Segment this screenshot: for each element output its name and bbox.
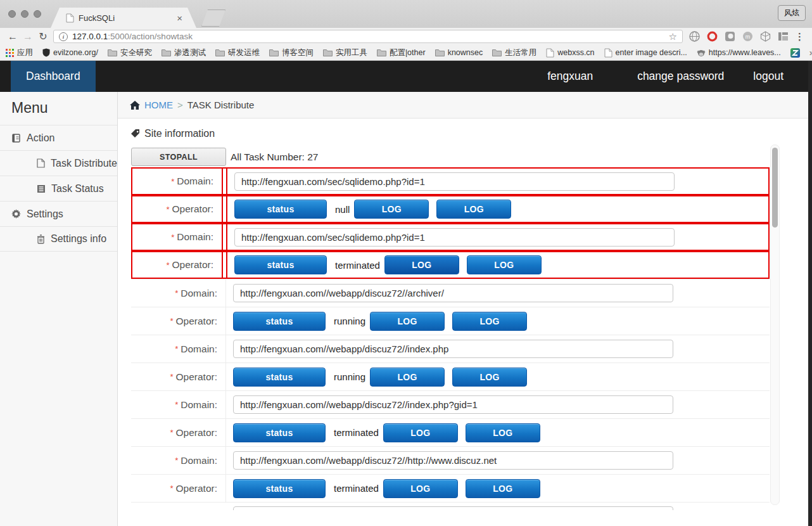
sidebar-item-task-status[interactable]: Task Status	[0, 176, 117, 201]
minimize-window-icon[interactable]	[21, 10, 29, 18]
list-doc-icon	[37, 184, 46, 193]
domain-input[interactable]	[233, 451, 673, 470]
folder-icon	[269, 49, 279, 56]
status-button[interactable]: status	[233, 368, 326, 387]
back-icon[interactable]: ←	[5, 31, 20, 42]
ext-globe-icon[interactable]	[689, 31, 700, 42]
sidebar-item-settings[interactable]: Settings	[0, 201, 117, 226]
bookmark-item[interactable]: 安全研究	[108, 48, 152, 58]
page-info-icon[interactable]: i	[59, 32, 68, 41]
folder-icon	[492, 49, 502, 56]
nav-change-password[interactable]: change password	[637, 70, 724, 83]
ext-m-circle-icon[interactable]: m	[742, 31, 753, 42]
nav-dashboard[interactable]: Dashboard	[11, 61, 96, 92]
sidebar-item-label: Action	[27, 132, 54, 144]
bookmark-item[interactable]: 博客空间	[269, 48, 314, 58]
task-count-label: All Task Number: 27	[231, 151, 318, 163]
bookmark-item[interactable]: enter image descri...	[604, 48, 687, 58]
bookmark-item[interactable]: 配置|other	[377, 48, 426, 58]
task-pair: * Domain: * Operator: status null LOG LO…	[131, 167, 770, 223]
nav-username[interactable]: fengxuan	[547, 70, 593, 83]
domain-input[interactable]	[233, 395, 673, 414]
log-button-2[interactable]: LOG	[452, 312, 527, 331]
bookmark-item[interactable]: evilzone.org/	[42, 48, 98, 57]
log-button-1[interactable]: LOG	[384, 255, 459, 274]
stopall-row: STOPALL All Task Number: 27	[131, 148, 812, 166]
log-button-1[interactable]: LOG	[370, 368, 445, 387]
ext-columns-icon[interactable]	[778, 32, 789, 41]
domain-row: * Domain:	[131, 335, 770, 362]
stopall-button[interactable]: STOPALL	[131, 148, 226, 166]
task-status-text: null	[335, 204, 350, 215]
sidebar-item-label: Task Status	[51, 183, 104, 195]
bookmarks-overflow-icon[interactable]: »	[809, 48, 812, 58]
bookmark-item[interactable]: knownsec	[435, 48, 483, 57]
bookmark-star-icon[interactable]: ☆	[669, 31, 677, 42]
status-button[interactable]: status	[233, 312, 326, 331]
task-pair: * Domain: * Operator: status terminated …	[131, 390, 770, 446]
address-book-icon	[11, 134, 21, 143]
svg-text:m: m	[745, 34, 751, 40]
log-button-1[interactable]: LOG	[383, 479, 458, 498]
bookmark-item[interactable]	[790, 48, 800, 58]
browser-tab[interactable]: FuckSQLi ×	[51, 8, 196, 28]
bookmark-item[interactable]: 研发运维	[215, 48, 260, 58]
bookmark-label: knownsec	[448, 48, 483, 57]
domain-input[interactable]	[233, 340, 673, 358]
close-window-icon[interactable]	[8, 10, 16, 18]
log-button-2[interactable]: LOG	[467, 255, 542, 274]
log-button-1[interactable]: LOG	[354, 200, 429, 219]
domain-label: * Domain:	[132, 224, 223, 250]
zoom-window-icon[interactable]	[34, 10, 41, 18]
log-button-2[interactable]: LOG	[436, 200, 511, 219]
status-button[interactable]: status	[233, 423, 326, 442]
sidebar-item-label: Settings info	[51, 233, 106, 245]
sidebar-item-action[interactable]: Action	[0, 125, 117, 150]
bookmark-item[interactable]: 渗透测试	[162, 48, 206, 58]
bookmark-item[interactable]: webxss.cn	[546, 48, 594, 58]
sidebar-title: Menu	[0, 92, 117, 125]
partial-next-domain-row	[131, 502, 770, 510]
ext-red-ring-icon[interactable]	[707, 31, 718, 42]
bookmark-item[interactable]: 实用工具	[323, 48, 367, 58]
task-status-text: terminated	[335, 260, 380, 271]
operator-row: * Operator: status running LOG LOG	[131, 307, 770, 335]
log-button-2[interactable]: LOG	[466, 479, 540, 498]
url-host: 127.0.0.1	[72, 32, 108, 41]
bookmark-item[interactable]: 生活常用	[492, 48, 536, 58]
scrollbar-thumb[interactable]	[772, 148, 778, 228]
domain-input[interactable]	[234, 228, 675, 247]
folder-icon	[108, 49, 117, 56]
browser-window: FuckSQLi × 风炫 ← → ↻ i 127.0.0.1:5000/act…	[0, 0, 812, 526]
log-button-2[interactable]: LOG	[452, 368, 527, 387]
bookmark-item[interactable]: https://www.leaves...	[697, 48, 781, 57]
log-button-1[interactable]: LOG	[383, 423, 458, 442]
sidebar-item-task-distribute[interactable]: Task Distribute	[0, 150, 117, 176]
bookmark-item[interactable]: 应用	[6, 48, 33, 58]
browser-menu-icon[interactable]: ⋮	[792, 31, 807, 42]
main-panel: HOME > TASK Distribute Site information …	[118, 92, 812, 526]
address-bar[interactable]: i 127.0.0.1:5000/action/showtask ☆	[53, 30, 683, 43]
nav-logout[interactable]: logout	[753, 70, 783, 83]
breadcrumb-home-link[interactable]: HOME	[144, 99, 173, 110]
domain-input[interactable]	[234, 172, 675, 191]
sidebar-item-label: Task Distribute	[51, 158, 117, 169]
status-button[interactable]: status	[234, 200, 327, 219]
page-scrollbar[interactable]	[770, 144, 780, 505]
reload-icon[interactable]: ↻	[35, 30, 51, 42]
ext-cube-icon[interactable]	[760, 31, 771, 42]
operator-label: * Operator:	[132, 196, 223, 222]
domain-input[interactable]	[233, 284, 673, 302]
ext-cam-square-icon[interactable]	[725, 31, 735, 42]
log-button-2[interactable]: LOG	[466, 423, 540, 442]
log-button-1[interactable]: LOG	[370, 312, 445, 331]
sidebar: Menu ActionTask DistributeTask StatusSet…	[0, 92, 118, 526]
breadcrumb-separator: >	[177, 99, 183, 110]
profile-button[interactable]: 风炫	[778, 5, 806, 21]
tab-close-icon[interactable]: ×	[177, 13, 182, 23]
new-tab-button[interactable]	[201, 10, 225, 27]
sidebar-item-settings-info[interactable]: Settings info	[0, 226, 117, 252]
domain-input[interactable]	[233, 506, 673, 510]
status-button[interactable]: status	[234, 255, 327, 274]
status-button[interactable]: status	[233, 479, 326, 498]
